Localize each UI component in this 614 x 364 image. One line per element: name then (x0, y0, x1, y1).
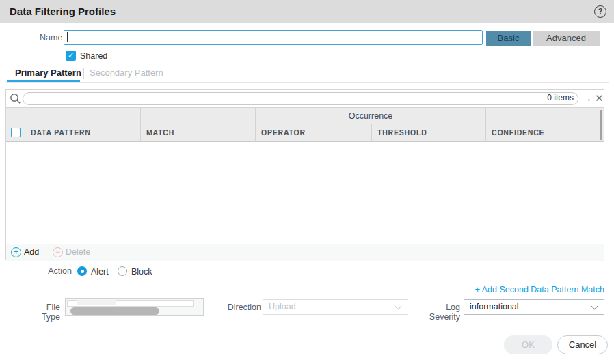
table-body-empty (6, 142, 604, 244)
column-data-pattern[interactable]: DATA PATTERN (25, 108, 141, 142)
table-header: DATA PATTERN MATCH Occurrence OPERATOR T… (6, 108, 604, 142)
direction-value: Upload (269, 302, 296, 311)
direction-label: Direction (226, 303, 261, 312)
tab-secondary-pattern[interactable]: Secondary Pattern (90, 68, 163, 78)
file-type-redacted-value (70, 307, 159, 315)
clear-filter-close-icon[interactable]: ✕ (595, 92, 604, 105)
select-all-checkbox[interactable] (11, 128, 21, 137)
search-input[interactable] (23, 92, 578, 105)
vertical-scrollbar[interactable] (600, 110, 602, 140)
plus-circle-icon: + (11, 247, 21, 257)
page-title: Data Filtering Profiles (10, 0, 116, 23)
tabs-baseline (5, 82, 609, 83)
shared-label: Shared (80, 51, 107, 61)
help-icon[interactable]: ? (594, 5, 606, 18)
advanced-button[interactable]: Advanced (533, 31, 600, 46)
table-actions-bar: +Add −Delete (6, 244, 604, 261)
column-label: CONFIDENCE (492, 128, 544, 137)
column-label: DATA PATTERN (31, 128, 91, 137)
log-severity-label: Log Severity (416, 303, 460, 322)
block-radio[interactable] (118, 266, 127, 276)
ok-button-disabled[interactable]: OK (504, 335, 552, 354)
name-input[interactable] (64, 30, 483, 45)
name-label: Name (40, 33, 62, 42)
pattern-table-panel: 0 items → ✕ DATA PATTERN MATCH Occurrenc… (5, 89, 604, 260)
cancel-button[interactable]: Cancel (557, 335, 608, 354)
select-all-column (6, 108, 25, 142)
file-type-inner-tab (77, 300, 116, 305)
search-icon (10, 93, 21, 107)
basic-button[interactable]: Basic (486, 31, 531, 46)
column-threshold[interactable]: THRESHOLD (372, 124, 486, 142)
tab-primary-pattern[interactable]: Primary Pattern (15, 68, 81, 78)
items-count: 0 items (526, 93, 574, 102)
column-operator[interactable]: OPERATOR (256, 124, 372, 142)
column-match[interactable]: MATCH (141, 108, 256, 142)
column-label: THRESHOLD (377, 128, 427, 137)
action-label: Action (27, 266, 72, 276)
chevron-down-icon (591, 303, 598, 310)
file-type-selector[interactable] (65, 298, 204, 316)
column-label: OPERATOR (261, 128, 306, 137)
delete-button-disabled[interactable]: −Delete (53, 247, 90, 257)
delete-label: Delete (66, 247, 90, 257)
add-second-data-pattern-link[interactable]: + Add Second Data Pattern Match (475, 285, 604, 294)
minus-circle-icon: − (53, 247, 63, 257)
block-label: Block (131, 267, 152, 277)
add-button[interactable]: +Add (11, 247, 39, 257)
shared-checkbox[interactable]: ✓ (66, 51, 76, 61)
add-label: Add (24, 247, 39, 257)
log-severity-select[interactable]: informational (464, 299, 604, 315)
log-severity-value: informational (470, 302, 519, 311)
direction-select-disabled[interactable]: Upload (263, 299, 408, 315)
column-confidence[interactable]: CONFIDENCE (486, 108, 604, 142)
search-row: 0 items → ✕ (6, 90, 604, 108)
tab-divider (83, 68, 84, 79)
chevron-down-icon (395, 303, 402, 310)
alert-radio[interactable] (77, 266, 87, 276)
column-label: MATCH (146, 128, 174, 137)
file-type-label: File Type (27, 303, 60, 322)
alert-label: Alert (91, 267, 109, 277)
apply-filter-arrow-icon[interactable]: → (582, 92, 592, 105)
column-group-occurrence: Occurrence (256, 108, 486, 124)
text-caret (67, 32, 68, 42)
